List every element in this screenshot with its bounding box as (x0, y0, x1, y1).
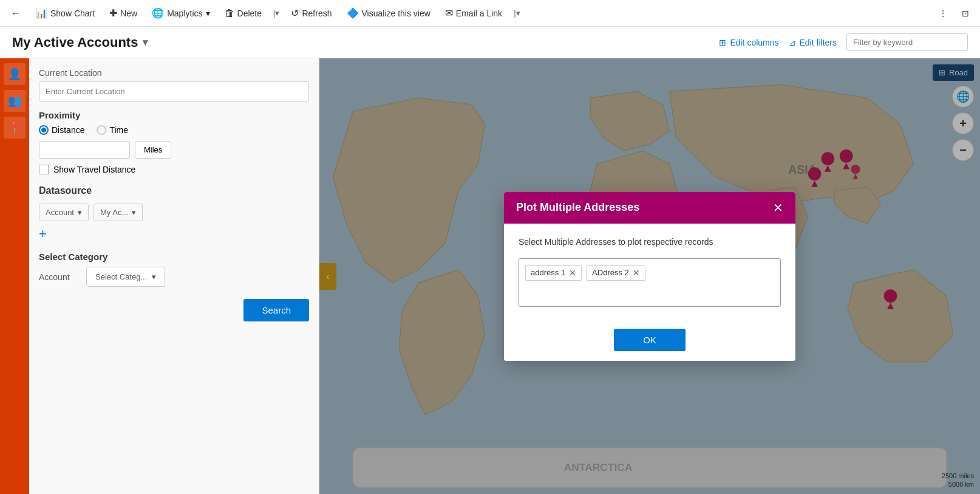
refresh-button[interactable]: ↺ Refresh (285, 5, 338, 21)
address-tags-container[interactable]: address 1 ✕ ADdress 2 ✕ (519, 258, 781, 307)
search-button[interactable]: Search (243, 299, 309, 321)
modal-footer: OK (504, 319, 795, 361)
delete-button[interactable]: 🗑 Delete (219, 5, 268, 21)
email-chevron-button[interactable]: |▾ (511, 6, 523, 20)
travel-distance-checkbox[interactable] (39, 165, 49, 174)
toolbar: ← 📊 Show Chart ✚ New 🌐 Maplytics ▾ 🗑 Del… (0, 0, 980, 27)
plus-icon: ✚ (109, 7, 117, 19)
ok-button[interactable]: OK (614, 329, 686, 351)
address-tag-1: address 1 ✕ (525, 265, 582, 281)
category-row: Account Select Categ... ▾ (39, 267, 309, 287)
modal-header: Plot Multiple Addresses ✕ (504, 192, 795, 224)
address-1-label: address 1 (531, 268, 565, 277)
back-icon: ← (11, 8, 21, 19)
category-account-label: Account (39, 272, 81, 282)
distance-value-input[interactable] (39, 141, 130, 159)
modal-description: Select Multiple Addresses to plot respec… (519, 236, 781, 249)
distance-radio-circle (39, 125, 49, 135)
select-categ-chevron-icon: ▾ (152, 272, 156, 281)
edit-columns-icon: ⊞ (719, 38, 726, 47)
modal-overlay: Plot Multiple Addresses ✕ Select Multipl… (319, 58, 980, 494)
content-area: 👤 👥 📍 Current Location Proximity Distanc… (0, 58, 980, 494)
more-button[interactable]: ⋮ (933, 6, 953, 21)
edit-columns-button[interactable]: ⊞ Edit columns (719, 38, 778, 47)
close-icon: ✕ (773, 201, 783, 214)
modal-close-button[interactable]: ✕ (773, 201, 783, 215)
globe-icon: 🌐 (152, 7, 164, 19)
maplytics-button[interactable]: 🌐 Maplytics ▾ (146, 5, 216, 21)
datasource-row: Account ▾ My Ac... ▾ (39, 204, 309, 221)
email-link-button[interactable]: ✉ Email a Link (439, 5, 508, 21)
show-chart-button[interactable]: 📊 Show Chart (29, 5, 101, 21)
more-icon: ⋮ (939, 9, 947, 18)
new-button[interactable]: ✚ New (103, 5, 143, 21)
my-ac-dropdown[interactable]: My Ac... ▾ (94, 204, 143, 221)
back-button[interactable]: ← (5, 5, 27, 21)
sidebar-location-icon-button[interactable]: 📍 (4, 117, 26, 139)
time-radio[interactable]: Time (97, 125, 128, 135)
maplytics-chevron-icon: ▾ (206, 9, 210, 18)
modal-title: Plot Multiple Addresses (516, 201, 639, 214)
datasource-title: Datasource (39, 185, 309, 196)
address-2-label: ADdress 2 (592, 268, 629, 277)
distance-row: Miles (39, 141, 309, 159)
sidebar-person-icon-button[interactable]: 👤 (4, 63, 26, 85)
add-datasource-button[interactable]: + (39, 226, 47, 242)
distance-radio[interactable]: Distance (39, 125, 84, 135)
edit-filters-icon: ⊿ (789, 38, 796, 47)
chart-icon: 📊 (35, 7, 47, 19)
select-category-label: Select Category (39, 252, 309, 262)
delete-chevron-button[interactable]: |▾ (270, 6, 282, 20)
sidebar-group-icon-button[interactable]: 👥 (4, 90, 26, 112)
sidebar-icons: 👤 👥 📍 (0, 58, 29, 494)
page-title: My Active Accounts ▾ (12, 35, 148, 50)
time-radio-circle (97, 125, 106, 135)
map-area: ASIA Indian Ocean ANTARCTICA (319, 58, 980, 494)
proximity-label: Proximity (39, 110, 309, 120)
miles-button[interactable]: Miles (135, 141, 171, 159)
chat-button[interactable]: ⊡ (956, 6, 975, 21)
select-category-button[interactable]: Select Categ... ▾ (86, 267, 165, 287)
trash-icon: 🗑 (225, 8, 234, 19)
current-location-input[interactable] (39, 81, 309, 101)
address-1-remove-button[interactable]: ✕ (569, 268, 576, 278)
email-icon: ✉ (445, 7, 453, 19)
address-tag-2: ADdress 2 ✕ (587, 265, 645, 281)
filter-keyword-input[interactable] (846, 33, 968, 51)
proximity-radio-group: Distance Time (39, 125, 309, 135)
my-ac-dropdown-chevron-icon: ▾ (132, 208, 136, 217)
plot-multiple-addresses-modal: Plot Multiple Addresses ✕ Select Multipl… (504, 192, 795, 361)
refresh-icon: ↺ (291, 7, 299, 19)
chat-icon: ⊡ (962, 9, 969, 18)
title-chevron-icon[interactable]: ▾ (143, 36, 148, 48)
travel-distance-row: Show Travel Distance (39, 165, 309, 174)
header-bar: My Active Accounts ▾ ⊞ Edit columns ⊿ Ed… (0, 27, 980, 58)
account-dropdown[interactable]: Account ▾ (39, 204, 89, 221)
visualize-button[interactable]: 🔷 Visualize this view (341, 5, 437, 21)
account-dropdown-chevron-icon: ▾ (78, 208, 82, 217)
header-actions: ⊞ Edit columns ⊿ Edit filters (719, 33, 968, 51)
address-2-remove-button[interactable]: ✕ (633, 268, 640, 278)
left-panel: Current Location Proximity Distance Time… (29, 58, 319, 494)
visualize-icon: 🔷 (347, 7, 359, 19)
edit-filters-button[interactable]: ⊿ Edit filters (789, 38, 837, 47)
current-location-label: Current Location (39, 68, 309, 78)
modal-body: Select Multiple Addresses to plot respec… (504, 224, 795, 319)
